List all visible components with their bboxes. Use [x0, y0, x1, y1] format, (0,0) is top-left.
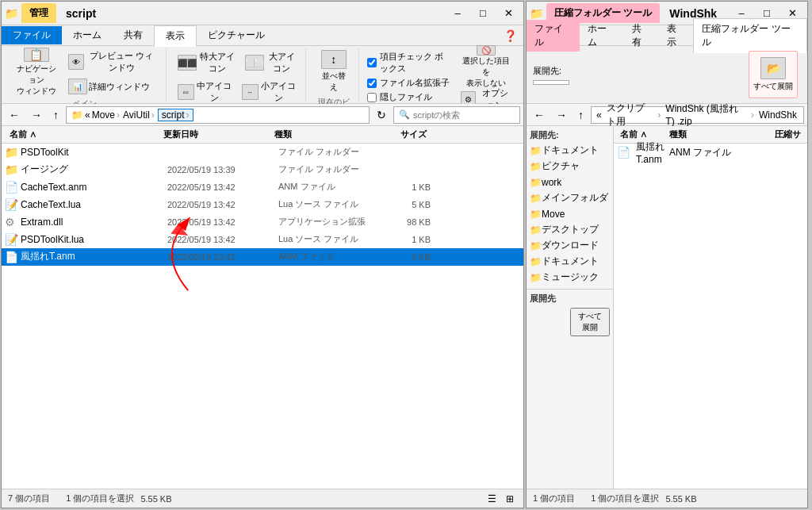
folder-icon: 📁 [530, 256, 542, 267]
left-selected-count: 1 個の項目を選択 [66, 493, 134, 504]
hide-selected-button[interactable]: 🚫 選択した項目を表示しない [458, 51, 515, 82]
small-icon-button[interactable]: ··小アイコン [239, 79, 301, 105]
date-column-header[interactable]: 更新日時 [163, 128, 274, 140]
right-file-row[interactable]: 📄 風揺れT.anm ANM ファイル [614, 144, 807, 161]
file-row[interactable]: 📄 CacheText.anm 2022/05/19 13:42 ANM ファイ… [2, 178, 523, 196]
file-date: 2022/05/19 13:42 [167, 182, 278, 192]
right-name-col[interactable]: 名前 ∧ [617, 128, 669, 140]
name-column-header[interactable]: 名前 ∧ [5, 128, 163, 140]
left-tab-view[interactable]: 表示 [154, 25, 197, 47]
quick-access-item[interactable]: 📁 work [527, 174, 613, 190]
all-expand-btn[interactable]: すべて展開 [570, 308, 610, 336]
expand-to-section-label: 展開先: [527, 126, 613, 143]
right-breadcrumb[interactable]: « スクリプト用 › WindShk (風揺れT) .zip › WindShk [591, 106, 804, 124]
file-type: Lua ソース ファイル [278, 233, 373, 245]
quick-access-item[interactable]: 📁 ミュージック [527, 270, 613, 286]
forward-button[interactable]: → [27, 107, 46, 123]
item-checkbox-toggle[interactable] [367, 58, 377, 67]
folder-icon: 📁 [530, 240, 542, 251]
folder-icon: 📁 [530, 209, 542, 220]
left-file-list: 📁 PSDToolKit ファイル フォルダー 📁 イージング 2022/05/… [2, 144, 523, 489]
medium-icon-button[interactable]: ▫▫中アイコン [174, 79, 236, 105]
extra-large-icon-button[interactable]: ⬛⬛特大アイコン [174, 49, 240, 76]
selected-file-row[interactable]: 📄 風揺れT.anm 2022/05/19 13:42 ANM ファイル 6 K… [2, 248, 523, 266]
breadcrumb-item-move[interactable]: 📁 « Move › [71, 109, 120, 121]
file-row[interactable]: 📁 PSDToolKit ファイル フォルダー [2, 144, 523, 161]
right-up-button[interactable]: ↑ [574, 107, 588, 123]
type-column-header[interactable]: 種類 [274, 128, 370, 140]
anm-icon: 📄 [5, 251, 21, 263]
left-content-area: 名前 ∧ 更新日時 種類 サイズ 📁 PSDToolKit ファイル フォルダー… [2, 126, 523, 489]
quick-access-item[interactable]: 📁 ドキュメント [527, 143, 613, 159]
file-name: イージング [21, 163, 167, 176]
left-maximize-button[interactable]: □ [471, 5, 495, 22]
quick-access-item[interactable]: 📁 Move [527, 206, 613, 222]
right-tab-compress[interactable]: 圧縮フォルダー ツール [693, 18, 807, 53]
left-minimize-button[interactable]: – [446, 5, 469, 22]
file-type: ANM ファイル [278, 251, 373, 263]
show-hide-section: 項目チェック ボックス ファイル名拡張子 隠しファイル [362, 48, 520, 102]
right-item-count: 1 個の項目 [533, 493, 575, 504]
filename-ext-label: ファイル名拡張子 [380, 77, 450, 89]
folder-icon: 📁 [530, 145, 542, 156]
right-tab-view[interactable]: 表示 [659, 19, 694, 52]
help-icon[interactable]: ❓ [504, 29, 523, 42]
file-type: アプリケーション拡張 [278, 216, 373, 228]
left-tab-share[interactable]: 共有 [113, 25, 154, 45]
left-management-tab[interactable]: 管理 [21, 3, 56, 23]
quick-access-item[interactable]: 📁 ピクチャ [527, 159, 613, 174]
file-row[interactable]: 📝 CacheText.lua 2022/05/19 13:42 Lua ソース… [2, 196, 523, 213]
left-breadcrumb[interactable]: 📁 « Move › AviUtil › script › [66, 106, 370, 124]
expand-path-input[interactable] [533, 80, 569, 85]
right-forward-button[interactable]: → [552, 107, 571, 123]
left-tab-file[interactable]: ファイル [2, 26, 62, 44]
left-search-box[interactable]: 🔍 [393, 106, 520, 124]
right-type-col[interactable]: 種類 [669, 128, 749, 140]
details-pane-button[interactable]: 📊 詳細ウィンドウ [65, 77, 160, 96]
right-tab-home[interactable]: ホーム [580, 19, 624, 52]
file-row[interactable]: 📁 イージング 2022/05/19 13:39 ファイル フォルダー [2, 161, 523, 178]
right-ribbon-tabs: ファイル ホーム 共有 表示 圧縮フォルダー ツール [527, 25, 807, 46]
left-item-count: 7 個の項目 [8, 493, 50, 504]
size-column-header[interactable]: サイズ [370, 128, 433, 140]
right-tab-share[interactable]: 共有 [624, 19, 659, 52]
left-search-input[interactable] [413, 110, 515, 120]
file-size: 98 KB [373, 217, 437, 227]
lua-icon: 📝 [5, 233, 21, 246]
left-ribbon: ファイル ホーム 共有 表示 ピクチャール ❓ 📋 ナビゲーションウィンドウ 👁 [2, 25, 523, 104]
large-icon-button[interactable]: ⬜⬜大アイコン [242, 49, 301, 76]
breadcrumb-item-aviutil[interactable]: AviUtil › [123, 109, 155, 121]
file-row[interactable]: 📝 PSDToolKit.lua 2022/05/19 13:42 Lua ソー… [2, 231, 523, 248]
quick-access-item[interactable]: 📁 メインフォルダ [527, 190, 613, 206]
file-row[interactable]: ⚙ Extram.dll 2022/05/19 13:42 アプリケーション拡張… [2, 213, 523, 231]
left-tab-home[interactable]: ホーム [62, 25, 113, 45]
breadcrumb-item-script[interactable]: script › [158, 109, 193, 121]
detail-view-toggle[interactable]: ☰ [485, 492, 500, 506]
navigation-pane-button[interactable]: 📋 ナビゲーションウィンドウ [10, 48, 63, 96]
file-name: PSDToolKit.lua [21, 234, 167, 245]
file-date: 2022/05/19 13:42 [167, 252, 278, 262]
quick-access-item[interactable]: 📁 デスクトップ [527, 222, 613, 238]
folder-icon: 📁 [530, 177, 542, 188]
sort-button[interactable]: ↕ 並べ替え [314, 48, 354, 95]
right-back-button[interactable]: ← [530, 107, 549, 123]
filename-ext-toggle[interactable] [367, 79, 377, 88]
back-button[interactable]: ← [5, 107, 24, 123]
large-icon-toggle[interactable]: ⊞ [503, 492, 517, 506]
item-checkbox-label: 項目チェック ボックス [380, 51, 451, 75]
up-button[interactable]: ↑ [49, 107, 63, 123]
hidden-files-toggle[interactable] [367, 93, 377, 102]
file-type: ANM ファイル [278, 181, 373, 193]
left-close-button[interactable]: ✕ [496, 5, 520, 22]
file-name: PSDToolKit [21, 147, 167, 158]
preview-pane-button[interactable]: 👁 プレビュー ウィンドウ [65, 48, 160, 75]
expand-all-button[interactable]: 📂 すべて展開 [749, 51, 798, 98]
quick-access-item[interactable]: 📁 ドキュメント [527, 254, 613, 270]
quick-access-item[interactable]: 📁 ダウンロード [527, 238, 613, 254]
left-tab-picture[interactable]: ピクチャール [197, 25, 276, 45]
folder-icon: 📁 [71, 109, 83, 121]
folder-icon: 📁 [530, 161, 542, 172]
right-size-col[interactable]: 圧縮サ [749, 128, 804, 140]
refresh-button[interactable]: ↻ [373, 107, 390, 123]
right-tab-file[interactable]: ファイル [527, 20, 580, 52]
